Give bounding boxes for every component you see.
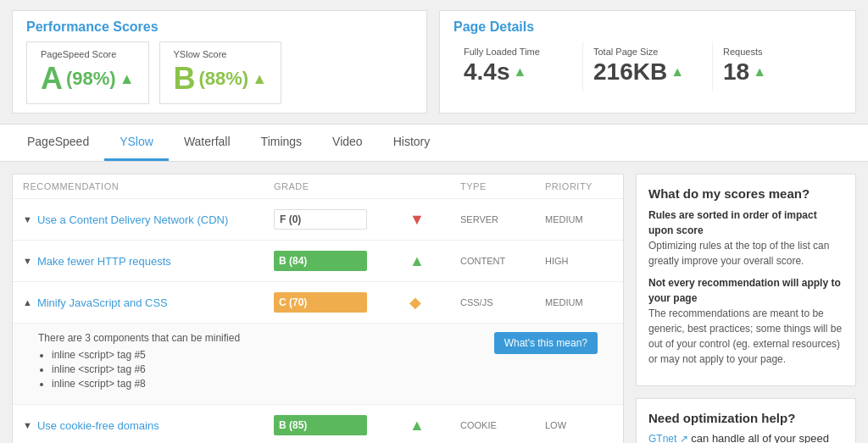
rec-main-cdn: ▼ Use a Content Delivery Network (CDN) F… [13,199,623,240]
toggle-cdn[interactable]: ▼ [23,214,32,224]
sidebar-bold-1: Rules are sorted in order of impact upon… [648,209,817,236]
rec-name-cdn[interactable]: ▼ Use a Content Delivery Network (CDN) [23,213,274,226]
gtnet-link[interactable]: GTnet ↗ [648,433,688,443]
priority-cdn: MEDIUM [545,214,613,224]
sidebar-box-help: Need optimization help? GTnet ↗ can hand… [636,398,856,443]
fully-loaded-arrow-icon: ▲ [514,64,527,80]
header-recommendation: RECOMMENDATION [23,181,274,191]
fully-loaded-label: Fully Loaded Time [464,47,572,57]
indicator-http: ▲ [409,252,460,270]
total-size-value: 216KB ▲ [593,58,702,86]
grade-bar-minify: C (70) [274,291,409,314]
type-cookie: COOKIE [460,420,545,430]
yslow-score-box: YSlow Score B (88%) ▲ [159,42,282,104]
table-header: RECOMMENDATION GRADE TYPE PRIORITY [13,174,623,199]
indicator-cookie: ▲ [409,417,460,435]
header-priority: PRIORITY [545,181,613,191]
rec-row-minify: ▲ Minify JavaScript and CSS C (70) ◆ CSS… [13,282,623,405]
priority-http: HIGH [545,256,613,266]
tab-yslow[interactable]: YSlow [104,125,169,161]
sidebar-help-text: can handle all of your speed [691,432,829,443]
sidebar-para-2: The recommendations are meant to be gene… [648,307,842,365]
whats-this-button[interactable]: What's this mean? [494,332,598,354]
pagespeed-score-box: PageSpeed Score A (98%) ▲ [26,42,149,104]
rec-main-cookie: ▼ Use cookie-free domains B (85) ▲ COOKI… [13,405,623,443]
sidebar-para-1: Optimizing rules at the top of the list … [648,240,829,267]
sidebar: What do my scores mean? Rules are sorted… [636,174,856,443]
indicator-minify: ◆ [409,293,460,312]
pagespeed-arrow-icon: ▲ [120,70,135,88]
rec-name-http[interactable]: ▼ Make fewer HTTP requests [23,255,274,268]
expanded-list-minify: inline <script> tag #5 inline <script> t… [52,349,240,390]
grade-bar-value-cdn: F (0) [274,209,367,230]
page-details-panel: Page Details Fully Loaded Time 4.4s ▲ To… [439,10,856,114]
requests-box: Requests 18 ▲ [713,42,842,91]
sidebar-title-help: Need optimization help? [648,411,843,425]
grade-bar-http: B (84) [274,249,409,273]
content-area: RECOMMENDATION GRADE TYPE PRIORITY ▼ Use… [0,162,868,443]
pagespeed-value: A (98%) ▲ [41,61,135,97]
total-size-arrow-icon: ▲ [670,64,684,80]
toggle-http[interactable]: ▼ [23,256,32,266]
header-grade: GRADE [274,181,409,191]
yslow-grade: B [174,61,196,97]
tab-pagespeed[interactable]: PageSpeed [12,125,104,161]
toggle-cookie[interactable]: ▼ [23,420,32,430]
tab-video[interactable]: Video [317,125,378,161]
sidebar-title-scores: What do my scores mean? [648,186,843,201]
total-size-box: Total Page Size 216KB ▲ [583,42,713,91]
sidebar-bold-2: Not every recommendation will apply to y… [648,277,841,304]
tab-waterfall[interactable]: Waterfall [169,125,246,161]
tabs-container: PageSpeed YSlow Waterfall Timings Video … [0,124,868,162]
yslow-label: YSlow Score [174,49,268,59]
yslow-pct: (88%) [199,68,249,90]
list-item: inline <script> tag #6 [52,363,240,375]
performance-scores-panel: Performance Scores PageSpeed Score A (98… [12,10,427,114]
score-boxes: PageSpeed Score A (98%) ▲ YSlow Score B … [26,42,413,104]
sidebar-text-2: Not every recommendation will apply to y… [648,275,843,367]
yslow-arrow-icon: ▲ [252,70,267,88]
header-type: TYPE [460,181,545,191]
grade-bar-value-minify: C (70) [274,292,367,313]
scores-section: Performance Scores PageSpeed Score A (98… [0,0,868,124]
tab-timings[interactable]: Timings [246,125,318,161]
rec-expanded-minify: There are 3 components that can be minif… [13,323,623,404]
type-http: CONTENT [460,256,545,266]
requests-arrow-icon: ▲ [753,64,766,80]
total-size-label: Total Page Size [593,47,702,57]
rec-main-http: ▼ Make fewer HTTP requests B (84) ▲ CONT… [13,241,623,281]
tab-history[interactable]: History [378,125,446,161]
header-indicator [409,181,460,191]
main-container: Performance Scores PageSpeed Score A (98… [0,0,868,443]
performance-scores-title: Performance Scores [26,19,413,35]
page-details-title: Page Details [453,19,842,35]
grade-bar-cdn: F (0) [274,208,409,231]
rec-row-http: ▼ Make fewer HTTP requests B (84) ▲ CONT… [13,241,623,282]
rec-name-minify[interactable]: ▲ Minify JavaScript and CSS [23,296,274,309]
sidebar-box-scores: What do my scores mean? Rules are sorted… [636,174,856,386]
grade-bar-cookie: B (85) [274,413,409,437]
type-minify: CSS/JS [460,297,545,307]
fully-loaded-box: Fully Loaded Time 4.4s ▲ [453,42,583,91]
list-item: inline <script> tag #5 [52,349,240,361]
yslow-value: B (88%) ▲ [174,61,268,97]
grade-bar-value-cookie: B (85) [274,415,367,435]
toggle-minify[interactable]: ▲ [23,297,32,307]
recommendations-panel: RECOMMENDATION GRADE TYPE PRIORITY ▼ Use… [12,174,624,443]
priority-cookie: LOW [545,420,613,430]
tabs-row: PageSpeed YSlow Waterfall Timings Video … [12,125,856,161]
rec-main-minify: ▲ Minify JavaScript and CSS C (70) ◆ CSS… [13,282,623,323]
expanded-text-minify: There are 3 components that can be minif… [38,332,240,344]
grade-bar-value-http: B (84) [274,251,367,271]
rec-row-cdn: ▼ Use a Content Delivery Network (CDN) F… [13,199,623,241]
requests-label: Requests [723,47,832,57]
rec-row-cookie: ▼ Use cookie-free domains B (85) ▲ COOKI… [13,405,623,443]
fully-loaded-value: 4.4s ▲ [464,58,572,86]
rec-name-cookie[interactable]: ▼ Use cookie-free domains [23,419,274,432]
sidebar-text-1: Rules are sorted in order of impact upon… [648,208,843,269]
pagespeed-grade: A [41,61,63,97]
page-details-boxes: Fully Loaded Time 4.4s ▲ Total Page Size… [453,42,842,91]
rec-expanded-header-minify: There are 3 components that can be minif… [38,332,598,392]
list-item: inline <script> tag #8 [52,378,240,390]
rec-expanded-content: There are 3 components that can be minif… [38,332,240,392]
